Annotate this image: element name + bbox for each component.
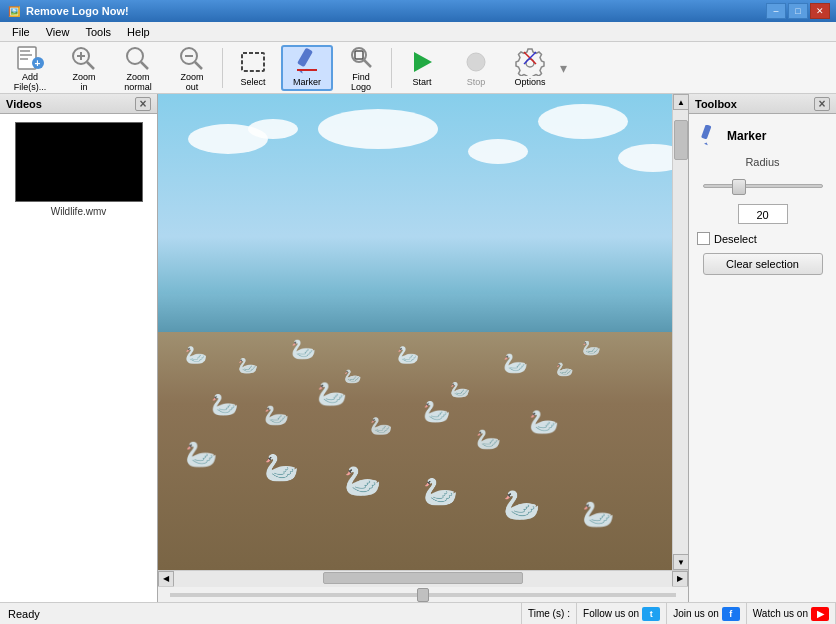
slider-track: [703, 184, 823, 188]
scroll-right-button[interactable]: ▶: [672, 571, 688, 587]
zoom-thumb[interactable]: [417, 588, 429, 602]
options-icon: [514, 48, 546, 76]
start-label: Start: [412, 78, 431, 88]
videos-title: Videos: [6, 98, 42, 110]
scroll-track[interactable]: [673, 110, 688, 554]
close-button[interactable]: ✕: [810, 3, 830, 19]
svg-rect-21: [355, 51, 363, 59]
options-button[interactable]: Options: [504, 45, 556, 91]
vertical-scrollbar[interactable]: ▲ ▼: [672, 94, 688, 570]
scene: 🦢 🦢 🦢 🦢 🦢 🦢 🦢 🦢 🦢 🦢 🦢 🦢 🦢 🦢: [158, 94, 688, 570]
stop-label: Stop: [467, 78, 486, 88]
twitter-icon[interactable]: t: [642, 607, 660, 621]
marker-label: Marker: [293, 78, 321, 88]
toolbox-close-button[interactable]: ×: [814, 97, 830, 111]
toolbar-dropdown-arrow[interactable]: ▾: [560, 60, 567, 76]
join-section[interactable]: Join us on f: [667, 603, 747, 624]
radius-slider[interactable]: [703, 176, 823, 196]
scroll-thumb-h[interactable]: [323, 572, 522, 584]
deselect-row: Deselect: [697, 232, 828, 245]
title-bar: 🖼️ Remove Logo Now! – □ ✕: [0, 0, 836, 22]
minimize-button[interactable]: –: [766, 3, 786, 19]
status-text: Ready: [0, 603, 522, 624]
svg-rect-15: [242, 53, 264, 71]
toolbox-marker-icon: [697, 124, 721, 148]
svg-marker-22: [414, 52, 432, 72]
svg-rect-16: [297, 48, 313, 67]
zoom-normal-button[interactable]: Zoomnormal: [112, 45, 164, 91]
canvas-area[interactable]: 🦢 🦢 🦢 🦢 🦢 🦢 🦢 🦢 🦢 🦢 🦢 🦢 🦢 🦢: [158, 94, 688, 570]
videos-header: Videos ×: [0, 94, 157, 114]
svg-line-20: [364, 60, 371, 67]
toolbox-radius-label: Radius: [697, 156, 828, 168]
scroll-track-h[interactable]: [174, 571, 672, 587]
videos-close-button[interactable]: ×: [135, 97, 151, 111]
follow-section[interactable]: Follow us on t: [577, 603, 667, 624]
menu-tools[interactable]: Tools: [77, 24, 119, 40]
menu-help[interactable]: Help: [119, 24, 158, 40]
scroll-down-button[interactable]: ▼: [673, 554, 689, 570]
add-files-icon: +: [14, 43, 46, 71]
svg-line-14: [195, 62, 202, 69]
watch-section[interactable]: Watch us on ▶: [747, 603, 836, 624]
scroll-left-button[interactable]: ◀: [158, 571, 174, 587]
toolbox-tool-name: Marker: [727, 129, 766, 143]
stop-button[interactable]: Stop: [450, 45, 502, 91]
find-logo-label: FindLogo: [351, 73, 371, 93]
start-icon: [406, 48, 438, 76]
toolbar-separator-1: [222, 48, 223, 88]
slider-thumb[interactable]: [732, 179, 746, 195]
svg-rect-3: [20, 58, 28, 60]
add-files-button[interactable]: + AddFile(s)...: [4, 45, 56, 91]
youtube-icon[interactable]: ▶: [811, 607, 829, 621]
find-logo-button[interactable]: FindLogo: [335, 45, 387, 91]
zoom-scrollbar[interactable]: [158, 586, 688, 602]
video-filename: Wildlife.wmv: [51, 206, 107, 217]
svg-rect-2: [20, 54, 32, 56]
videos-content: Wildlife.wmv: [0, 114, 157, 602]
select-label: Select: [240, 78, 265, 88]
radius-value[interactable]: 20: [738, 204, 788, 224]
svg-point-23: [467, 53, 485, 71]
toolbox-panel: Toolbox × Marker Radius: [688, 94, 836, 602]
toolbar-separator-2: [391, 48, 392, 88]
videos-panel: Videos × Wildlife.wmv: [0, 94, 158, 602]
clear-selection-button[interactable]: Clear selection: [703, 253, 823, 275]
facebook-icon[interactable]: f: [722, 607, 740, 621]
svg-line-9: [87, 62, 94, 69]
svg-rect-1: [20, 50, 30, 52]
horizontal-scrollbar[interactable]: ◀ ▶: [158, 570, 688, 586]
toolbox-content: Marker Radius 20 Deselect Clear selec: [689, 114, 836, 285]
main-area: Videos × Wildlife.wmv: [0, 94, 836, 602]
canvas-wrapper-outer: 🦢 🦢 🦢 🦢 🦢 🦢 🦢 🦢 🦢 🦢 🦢 🦢 🦢 🦢: [158, 94, 688, 602]
svg-text:+: +: [35, 58, 41, 69]
watch-label: Watch us on: [753, 608, 808, 619]
toolbar: + AddFile(s)... Zoomin Zoomnormal: [0, 42, 836, 94]
menu-file[interactable]: File: [4, 24, 38, 40]
status-bar: Ready Time (s) : Follow us on t Join us …: [0, 602, 836, 624]
time-label: Time (s): [528, 608, 564, 619]
menu-bar: File View Tools Help: [0, 22, 836, 42]
zoom-normal-icon: [122, 43, 154, 71]
zoom-track[interactable]: [170, 593, 676, 597]
zoom-in-button[interactable]: Zoomin: [58, 45, 110, 91]
menu-view[interactable]: View: [38, 24, 78, 40]
svg-line-11: [141, 62, 148, 69]
marker-icon: [291, 48, 323, 76]
zoom-out-button[interactable]: Zoomout: [166, 45, 218, 91]
title-text: Remove Logo Now!: [26, 5, 766, 17]
options-label: Options: [514, 78, 545, 88]
zoom-out-label: Zoomout: [180, 73, 203, 93]
svg-point-19: [352, 48, 366, 62]
zoom-normal-label: Zoomnormal: [124, 73, 152, 93]
start-button[interactable]: Start: [396, 45, 448, 91]
maximize-button[interactable]: □: [788, 3, 808, 19]
select-icon: [237, 48, 269, 76]
deselect-checkbox[interactable]: [697, 232, 710, 245]
zoom-out-icon: [176, 43, 208, 71]
marker-button[interactable]: Marker: [281, 45, 333, 91]
video-thumbnail[interactable]: [15, 122, 143, 202]
follow-label: Follow us on: [583, 608, 639, 619]
select-button[interactable]: Select: [227, 45, 279, 91]
scroll-up-button[interactable]: ▲: [673, 94, 689, 110]
